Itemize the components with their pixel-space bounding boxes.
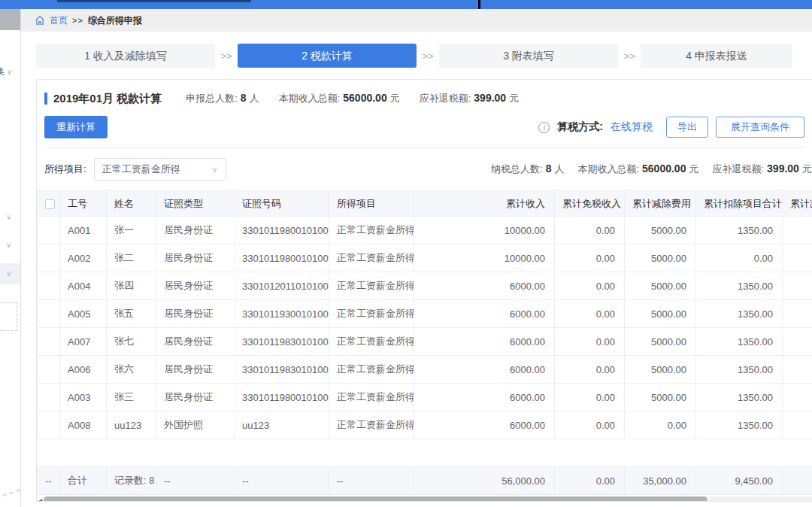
- cell-cumulative-taxfree-income: 0.00: [555, 217, 625, 244]
- chevron-down-icon[interactable]: ∨: [6, 269, 11, 278]
- total-cell: --: [156, 467, 235, 495]
- cell-cumulative-deduction-expense: 5000.00: [625, 244, 696, 272]
- stat-unit: 元: [390, 93, 400, 104]
- cell-income-item: 正常工资薪金所得: [329, 272, 414, 300]
- cell-cumulative-deduction-total: 1350.00: [696, 328, 783, 356]
- total-record-count: 记录数: 8: [107, 467, 156, 495]
- sidebar-item-clipped[interactable]: 集∨: [0, 65, 20, 78]
- select-all-checkbox[interactable]: [45, 199, 55, 209]
- panel-header: 2019年01月 税款计算 申报总人数:8人 本期收入总额:56000.00元 …: [37, 80, 812, 148]
- total-cell-clipped: [783, 467, 812, 495]
- cell-name: uu123: [107, 411, 156, 439]
- cell-income-item: 正常工资薪金所得: [329, 244, 414, 272]
- breadcrumb-separator: >>: [72, 16, 83, 25]
- cell-cumulative-income: 6000.00: [414, 272, 555, 300]
- select-all-cell: [38, 191, 60, 217]
- export-button[interactable]: 导出: [666, 117, 708, 138]
- recalculate-button[interactable]: 重新计算: [44, 116, 108, 138]
- cell-cumulative-deduction-expense: 5000.00: [625, 272, 696, 300]
- total-cell: --: [38, 467, 60, 495]
- stat-period-income: 本期收入总额:56000.00元: [279, 92, 400, 105]
- toolbar-right-group: i 算税方式: 在线算税 导出 展开查询条件: [538, 117, 804, 138]
- cell-clipped: [783, 244, 812, 272]
- cell-name: 张四: [107, 272, 156, 300]
- cell-cumulative-taxfree-income: 0.00: [555, 272, 625, 300]
- cell-cumulative-deduction-total: 1350.00: [696, 411, 783, 439]
- cell-clipped: [783, 300, 812, 328]
- main-content: 1 收入及减除填写 >> 2 税款计算 >> 3 附表填写 >> 4 申报表报送…: [21, 32, 812, 507]
- tax-mode-value-link[interactable]: 在线算税: [611, 120, 653, 134]
- tax-calculation-panel: 2019年01月 税款计算 申报总人数:8人 本期收入总额:56000.00元 …: [36, 79, 812, 502]
- stat-value: 56000.00: [343, 92, 386, 104]
- step-3-schedules[interactable]: 3 附表填写: [439, 44, 618, 68]
- cell-id-type: 居民身份证: [156, 217, 235, 244]
- top-bar-cursor-tick: [478, 0, 480, 9]
- income-item-select[interactable]: 正常工资薪金所得 ∨: [94, 158, 226, 181]
- cell-cumulative-deduction-expense: 0.00: [625, 411, 696, 439]
- cell-name: 张五: [107, 300, 156, 328]
- step-1-income-deduction[interactable]: 1 收入及减除填写: [36, 44, 215, 68]
- cell-income-item: 正常工资薪金所得: [329, 356, 414, 384]
- scrollbar-track[interactable]: [710, 496, 812, 502]
- table-footer-gap: [37, 439, 812, 466]
- total-label: 合计: [60, 467, 107, 495]
- cell-employee-id: A002: [60, 244, 107, 272]
- stat-value: 8: [546, 162, 552, 175]
- page-title: 2019年01月 税款计算: [53, 92, 162, 106]
- stat-label: 纳税总人数:: [491, 163, 543, 175]
- cell-name: 张一: [107, 217, 156, 244]
- cell-income-item: 正常工资薪金所得: [329, 300, 414, 328]
- stat-declared-persons: 申报总人数:8人: [186, 92, 259, 105]
- stat-label: 应补退税额:: [712, 163, 764, 175]
- stat-period-income: 本期收入总额:56000.00元: [577, 162, 698, 176]
- cell-id-type: 居民身份证: [156, 272, 235, 300]
- cell-cumulative-deduction-total: 1350.00: [696, 217, 783, 244]
- table-header-row: 工号 姓名 证照类型 证照号码 所得项目 累计收入 累计免税收入 累计减除费用 …: [38, 191, 812, 217]
- cell-employee-id: A004: [60, 272, 107, 300]
- expand-query-button[interactable]: 展开查询条件: [716, 117, 804, 138]
- table-row[interactable]: A006 张六 居民身份证 330101198301010056 正常工资薪金所…: [38, 356, 812, 384]
- cell-clipped: [783, 328, 812, 356]
- table-row[interactable]: A008 uu123 外国护照 uu123 正常工资薪金所得 6000.00 0…: [38, 411, 812, 439]
- cell-cumulative-taxfree-income: 0.00: [555, 356, 625, 384]
- cell-id-type: 居民身份证: [156, 356, 235, 384]
- step-wizard: 1 收入及减除填写 >> 2 税款计算 >> 3 附表填写 >> 4 申报表报送: [36, 44, 792, 68]
- row-select-cell: [38, 384, 60, 411]
- cell-income-item: 正常工资薪金所得: [329, 384, 414, 411]
- step-4-submit-return[interactable]: 4 申报表报送: [641, 44, 792, 68]
- cell-cumulative-deduction-expense: 5000.00: [625, 356, 696, 384]
- sidebar-dashed-box: [0, 302, 17, 331]
- table-row[interactable]: A002 张二 居民身份证 330101198001010038 正常工资薪金所…: [38, 244, 812, 272]
- stat-unit: 元: [689, 163, 698, 175]
- step-2-tax-calculation[interactable]: 2 税款计算: [238, 44, 417, 68]
- stat-label: 本期收入总额:: [577, 163, 639, 175]
- col-id-number: 证照号码: [235, 191, 329, 217]
- table-row[interactable]: A007 张七 居民身份证 330101198301010072 正常工资薪金所…: [38, 328, 812, 356]
- sidebar-dashed-line: [0, 489, 20, 500]
- cell-employee-id: A003: [60, 384, 107, 411]
- total-cell: --: [329, 467, 414, 495]
- table-row[interactable]: A003 张三 居民身份证 330101198001010054 正常工资薪金所…: [38, 384, 812, 411]
- cell-cumulative-income: 10000.00: [414, 217, 555, 244]
- data-table-wrap: 工号 姓名 证照类型 证照号码 所得项目 累计收入 累计免税收入 累计减除费用 …: [37, 190, 812, 502]
- breadcrumb-home-link[interactable]: 首页: [50, 14, 68, 27]
- cell-employee-id: A007: [60, 328, 107, 356]
- info-icon[interactable]: i: [538, 122, 550, 133]
- chevron-down-icon[interactable]: ∨: [6, 213, 11, 221]
- scrollbar-thumb[interactable]: [44, 496, 707, 502]
- table-row[interactable]: A004 张四 居民身份证 330101201101010056 正常工资薪金所…: [38, 272, 812, 300]
- table-row[interactable]: A001 张一 居民身份证 330101198001010011 正常工资薪金所…: [38, 217, 812, 244]
- table-row[interactable]: A005 张五 居民身份证 330101193001010051 正常工资薪金所…: [38, 300, 812, 328]
- scroll-left-arrow-icon[interactable]: ◄: [38, 497, 44, 502]
- chevron-down-icon[interactable]: ∨: [6, 241, 11, 249]
- stat-tax-due: 应补退税额:399.00元: [712, 162, 811, 176]
- cell-id-number: 330101198301010072: [235, 328, 329, 356]
- top-bar-shade: [57, 0, 251, 2]
- step-separator: >>: [215, 50, 238, 62]
- cell-cumulative-taxfree-income: 0.00: [555, 300, 625, 328]
- stat-label: 申报总人数:: [186, 93, 238, 104]
- income-item-label: 所得项目:: [44, 162, 86, 176]
- chevron-down-icon: ∨: [212, 165, 218, 175]
- stat-value: 399.00: [474, 92, 506, 104]
- row-select-cell: [38, 217, 60, 244]
